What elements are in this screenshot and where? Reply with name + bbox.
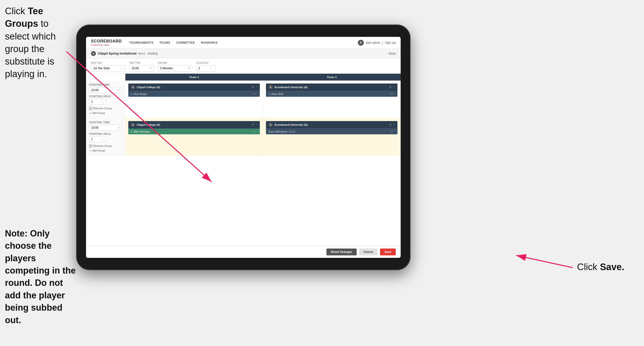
user-avatar: B [358,40,364,46]
time-clock-icon-2: ⏱ [118,126,120,129]
team1-player1-remove-group2[interactable]: ✕ [253,130,256,133]
starting-hole-input-1[interactable]: 1 ⌃⌄ [89,99,106,105]
nav-rankings[interactable]: RANKINGS [201,40,218,45]
tee-time-col-1: STARTING TIME: 10:00 ⏱ STARTING HOLE: 1 … [86,80,125,118]
team1-up-group2[interactable]: ⌃ [256,123,257,126]
add-group-button-2[interactable]: + Add Group [89,149,122,152]
player3-num: 2. [131,130,133,133]
team1-icon-group1: B [131,85,135,89]
instruction-right-text: Click [577,262,600,272]
group-size-field: Group Size 2 ⌃⌄ [196,61,216,71]
team2-header-group2[interactable]: B Scoreboard University (A) ✕ ⌃ [266,121,398,128]
sub-header-icon: B [91,51,96,56]
team2-header-group1[interactable]: B Scoreboard University (A) ✕ ⌃ [266,83,398,91]
start-time-input[interactable]: 10:00 ⏱ [129,65,154,71]
user-name: blair admin [366,41,380,44]
team1-player1-remove-group1[interactable]: ✕ [253,92,256,95]
nav-teams[interactable]: TEAMS [159,40,170,45]
intervals-value: 5 Minutes [160,66,173,70]
starting-time-value-2: 10:05 [91,126,98,129]
instruction-right-bold: Save. [600,262,624,272]
team2-up-group2[interactable]: ⌃ [393,123,395,126]
time-clock-icon-1: ⏱ [118,89,120,92]
team1-header-group1[interactable]: B Clippd College (A) ✕ ⌃ [128,83,260,91]
team2-icon-group1: B [268,85,273,89]
starting-hole-label-2: STARTING HOLE: [89,133,122,135]
remove-icon-1: 🗑 [89,107,92,110]
team2-player1-remove-group2[interactable]: ✕ [391,130,393,133]
table-row: STARTING TIME: 10:00 ⏱ STARTING HOLE: 1 … [86,80,401,118]
team1-up-group1[interactable]: ⌃ [256,86,257,89]
divider: | [382,41,383,44]
team2-player1-remove-group1[interactable]: ✕ [391,92,393,95]
player1-name: Rich Butler [134,93,147,95]
team1-player1-group1: 1. Rich Butler ✕ ⌃ [128,91,260,97]
start-type-input[interactable]: 1st Tee Start ⌃⌄ [91,65,125,71]
navbar: SCOREBOARD Powered by clippd TOURNAMENTS… [86,37,401,49]
reset-changes-button[interactable]: Reset Changes [326,249,357,255]
svg-line-3 [516,255,573,268]
starting-time-label-2: STARTING TIME: [89,121,122,124]
group-size-value: 2 [198,66,200,70]
add-group-label-1: Add Group [92,111,105,114]
instruction-top: Click Tee Groups to select which group t… [0,0,76,85]
start-type-chevron: ⌃⌄ [119,67,123,70]
player4-name: Dave Billingham [268,130,288,133]
nav-committee[interactable]: COMMITTEE [176,40,195,45]
add-icon-1: + [89,111,91,115]
add-icon-2: + [89,149,91,152]
save-button[interactable]: Save [380,249,396,255]
team1-cell-group1: B Clippd College (A) ✕ ⌃ 1. Rich Butler … [125,80,263,118]
scroll-padding [86,156,401,166]
instruction-bottom: Note: Only choose the players competing … [0,223,84,331]
nav-tournaments[interactable]: TOURNAMENTS [129,40,154,45]
sub-header: B Clippd Spring Invitational (Men) Hosti… [86,49,401,58]
intervals-input[interactable]: 5 Minutes ⏱ [158,65,192,71]
group-size-chevron: ⌃⌄ [210,67,214,70]
instruction-top-text1: Click [5,6,28,16]
team2-player1-up-group1[interactable]: ⌃ [393,93,395,95]
brand-sub: Powered by clippd [91,44,122,46]
nav-items: TOURNAMENTS TEAMS COMMITTEE RANKINGS [129,40,358,45]
page-title: Clippd Spring Invitational [98,51,136,55]
starting-time-value-1: 10:00 [91,88,98,92]
start-time-value: 10:00 [132,66,139,70]
cancel-button[interactable]: Cancel [359,249,378,255]
hole-chevron-1: ⌃⌄ [100,100,104,103]
team2-remove-group1[interactable]: ✕ [389,85,392,89]
starting-hole-value-1: 1 [91,100,93,103]
team2-player1-content-group2: Dave Billingham (SUB) [268,130,390,133]
starting-hole-input-2[interactable]: 1 ⌃⌄ [89,136,106,142]
tee-time-col-2: STARTING TIME: 10:05 ⏱ STARTING HOLE: 1 … [86,118,125,155]
instruction-right: Click Save. [577,262,624,272]
player1-num: 1. [131,93,133,95]
tee-time-header-label: Tee Time [100,76,112,79]
remove-group-button-1[interactable]: 🗑 Remove Group [89,107,122,110]
remove-group-label-1: Remove Group [94,107,112,110]
start-type-label: Start Type [91,61,125,64]
sign-out-link[interactable]: Sign out [385,41,396,44]
starting-time-input-2[interactable]: 10:05 ⏱ [89,125,122,131]
group-size-input[interactable]: 2 ⌃⌄ [196,65,216,71]
intervals-field: Intervals 5 Minutes ⏱ [158,61,192,71]
back-button[interactable]: ‹ Back [388,52,396,55]
team1-header-group2[interactable]: B Clippd College (A) ✕ ⌃ [128,121,260,128]
starting-time-input-1[interactable]: 10:00 ⏱ [89,87,122,93]
main-content: Start Type 1st Tee Start ⌃⌄ Start Time 1… [86,58,401,246]
team1-player1-up-group2[interactable]: ⌃ [256,130,257,133]
team2-up-group1[interactable]: ⌃ [393,86,395,89]
team1-remove-group2[interactable]: ✕ [252,123,254,126]
starting-hole-value-2: 1 [91,137,93,141]
team1-col-header: Team 1 [125,74,263,80]
team1-remove-group1[interactable]: ✕ [252,85,254,89]
team1-player1-num-group1: 1. Rich Butler [131,93,252,95]
team2-remove-group2[interactable]: ✕ [389,123,392,126]
team2-player1-up-group2[interactable]: ⌃ [393,130,395,133]
team1-player1-content-group2: 2. Blair McHarg [131,130,252,133]
team1-group-group1: B Clippd College (A) ✕ ⌃ 1. Rich Butler … [128,83,260,97]
remove-group-button-2[interactable]: 🗑 Remove Group [89,144,122,148]
add-group-button-1[interactable]: + Add Group [89,111,122,115]
instruction-note: Note: [5,228,30,238]
team1-player1-up-group1[interactable]: ⌃ [256,93,257,95]
tablet-frame: SCOREBOARD Powered by clippd TOURNAMENTS… [76,24,410,270]
